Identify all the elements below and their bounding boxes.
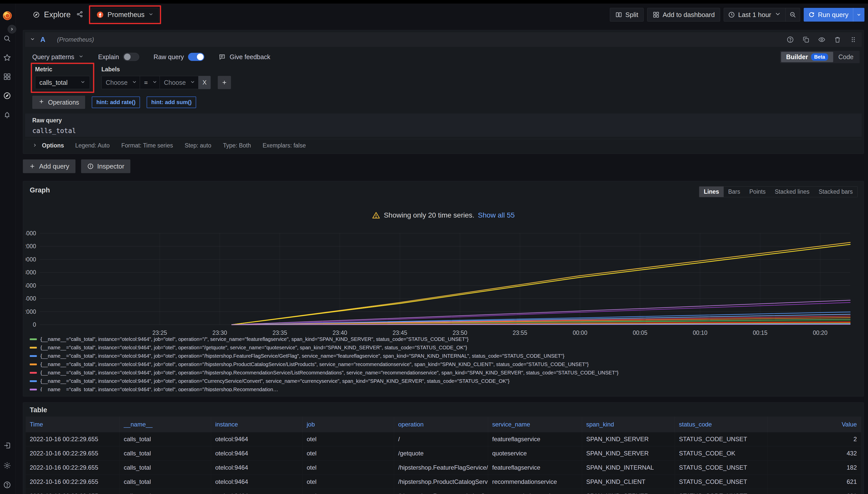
table-cell: STATUS_CODE_UNSET <box>675 475 767 489</box>
table-cell: SPAN_KIND_INTERNAL <box>582 461 675 474</box>
legend-series-color <box>30 388 37 391</box>
grafana-logo-icon[interactable] <box>2 10 13 21</box>
hide-response-eye-icon[interactable] <box>818 36 826 43</box>
table-cell: STATUS_CODE_OK <box>675 446 767 460</box>
column-header[interactable]: Value <box>767 417 861 432</box>
table-cell: 2022-10-16 00:22:29.655 <box>26 446 120 460</box>
legend-item[interactable]: {__name__="calls_total", instance="otelc… <box>30 343 859 352</box>
column-header[interactable]: service_name <box>488 417 582 432</box>
datasource-picker[interactable]: Prometheus <box>91 8 159 22</box>
share-icon[interactable] <box>76 11 83 19</box>
column-header[interactable]: span_kind <box>582 417 675 432</box>
run-query-label: Run query <box>818 11 848 19</box>
options-label[interactable]: Options <box>42 142 64 149</box>
raw-query-toggle[interactable] <box>188 53 204 61</box>
table-cell: calls_total <box>120 432 211 446</box>
explore-compass-icon[interactable] <box>2 91 12 100</box>
sidebar-expand-button[interactable] <box>7 25 16 34</box>
alerting-bell-icon[interactable] <box>2 110 12 119</box>
add-to-dashboard-button[interactable]: Add to dashboard <box>647 8 720 22</box>
add-to-dashboard-label: Add to dashboard <box>663 11 715 19</box>
graph-mode-bars[interactable]: Bars <box>724 187 745 197</box>
chevron-down-icon <box>152 79 158 86</box>
graph-mode-stacked-bars[interactable]: Stacked bars <box>814 187 857 197</box>
search-icon[interactable] <box>2 34 12 43</box>
chart-legend: {__name__="calls_total", instance="otelc… <box>30 335 859 392</box>
column-header[interactable]: instance <box>211 417 303 432</box>
explore-actions: Add query Inspector <box>23 159 130 173</box>
time-range-picker[interactable]: Last 1 hour <box>724 8 785 21</box>
column-header[interactable]: Time <box>26 417 120 432</box>
code-tab[interactable]: Code <box>833 52 858 62</box>
label-value-select[interactable]: Choose <box>160 76 198 89</box>
query-ref-id[interactable]: A <box>40 36 46 44</box>
add-operation-button[interactable]: Operations <box>32 96 85 109</box>
plus-icon <box>29 163 36 170</box>
run-query-button[interactable]: Run query <box>804 8 853 22</box>
graph-mode-stacked-lines[interactable]: Stacked lines <box>770 187 814 197</box>
query-hint-button[interactable]: hint: add rate() <box>92 96 140 108</box>
table-cell: calls_total <box>120 489 211 494</box>
add-query-button[interactable]: Add query <box>23 159 75 173</box>
table-cell: otelcol:9464 <box>211 475 303 489</box>
column-header[interactable]: job <box>303 417 394 432</box>
graph-mode-points[interactable]: Points <box>745 187 770 197</box>
legend-series-label: {__name__="calls_total", instance="otelc… <box>40 345 467 350</box>
help-icon[interactable] <box>2 480 12 490</box>
column-header[interactable]: operation <box>394 417 488 432</box>
copy-query-icon[interactable] <box>802 36 810 43</box>
query-options-row: Options Legend: AutoFormat: Time seriesS… <box>25 139 862 152</box>
chevron-right-icon[interactable] <box>32 142 37 149</box>
time-series-chart[interactable]: 0200040006000800010000120001400023:2523:… <box>26 227 864 339</box>
metric-select[interactable]: calls_total <box>35 76 90 89</box>
starred-icon[interactable] <box>2 53 12 62</box>
table-cell: calls_total <box>120 461 211 474</box>
legend-item[interactable]: {__name__="calls_total", instance="otelc… <box>30 385 859 392</box>
split-button[interactable]: Split <box>610 8 644 22</box>
run-query-dropdown[interactable] <box>853 8 865 22</box>
builder-tab[interactable]: Builder Beta <box>781 52 833 62</box>
query-patterns-label: Query patterns <box>32 53 74 61</box>
zoom-out-time-button[interactable] <box>785 8 800 21</box>
sign-in-icon[interactable] <box>2 441 12 450</box>
query-patterns-dropdown[interactable]: Query patterns <box>32 53 84 61</box>
table-cell: 2022-10-16 00:22:29.655 <box>26 475 120 489</box>
query-row-actions <box>786 36 857 43</box>
topnav-actions: Split Add to dashboard Last 1 hour <box>610 8 865 22</box>
legend-series-color <box>30 347 37 348</box>
legend-item[interactable]: {__name__="calls_total", instance="otelc… <box>30 335 859 343</box>
legend-item[interactable]: {__name__="calls_total", instance="otelc… <box>30 352 859 360</box>
query-hint-button[interactable]: hint: add sum() <box>147 96 196 108</box>
give-feedback-link[interactable]: Give feedback <box>218 53 270 61</box>
remove-label-filter-button[interactable]: X <box>198 76 211 89</box>
legend-item[interactable]: {__name__="calls_total", instance="otelc… <box>30 360 859 368</box>
legend-series-label: {__name__="calls_total", instance="otelc… <box>40 361 589 367</box>
label-key-select[interactable]: Choose <box>102 76 140 89</box>
collapse-chevron-icon[interactable] <box>30 36 35 43</box>
column-header[interactable]: status_code <box>675 417 767 432</box>
column-header[interactable]: __name__ <box>120 417 211 432</box>
legend-item[interactable]: {__name__="calls_total", instance="otelc… <box>30 368 859 377</box>
dashboards-icon[interactable] <box>2 72 12 81</box>
page-title: Explore <box>44 10 71 19</box>
inspector-button[interactable]: Inspector <box>81 159 131 173</box>
graph-mode-lines[interactable]: Lines <box>699 187 724 197</box>
settings-gear-icon[interactable] <box>2 461 12 470</box>
table-cell: /getquote <box>394 446 488 460</box>
remove-query-trash-icon[interactable] <box>834 36 841 43</box>
query-help-icon[interactable] <box>786 36 794 43</box>
drag-handle-icon[interactable] <box>849 36 857 43</box>
add-label-filter-button[interactable] <box>218 76 231 89</box>
table-cell: STATUS_CODE_UNSET <box>675 432 767 446</box>
table-cell: 2022-10-16 00:22:29.655 <box>26 489 120 494</box>
table-cell: 621 <box>767 489 861 494</box>
show-all-series-link[interactable]: Show all 55 <box>478 211 515 219</box>
table-cell: featureflagservice <box>488 461 582 474</box>
legend-item[interactable]: {__name__="calls_total", instance="otelc… <box>30 377 859 385</box>
raw-query-toggle-group: Raw query <box>153 53 204 61</box>
explain-toggle[interactable] <box>123 53 139 61</box>
table-cell: otelcol:9464 <box>211 489 303 494</box>
label-operator-select[interactable]: = <box>140 76 160 89</box>
legend-series-color <box>30 355 37 357</box>
time-range-label: Last 1 hour <box>738 11 771 19</box>
